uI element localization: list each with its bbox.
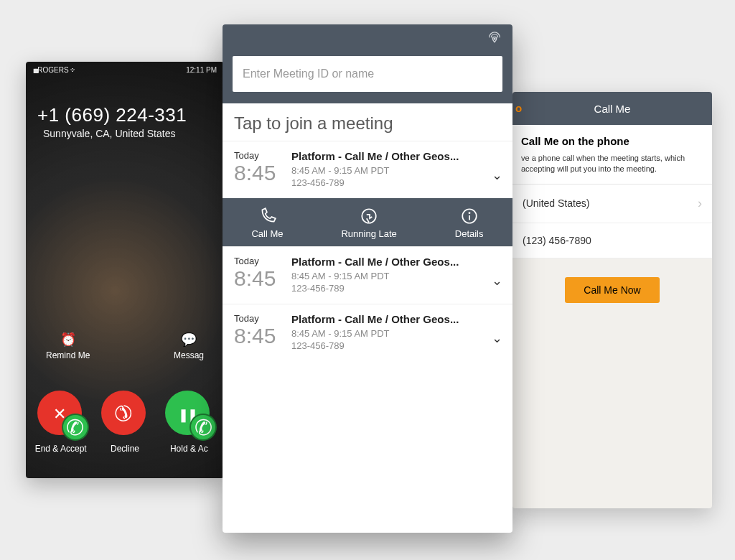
country-value: (United States) [523,197,589,209]
hold-and-accept-button[interactable]: Hold & Ac [158,391,220,454]
meeting-range: 8:45 AM - 9:15 AM PDT [291,328,502,339]
meeting-id: 123-456-789 [291,177,502,188]
meeting-id: 123-456-789 [291,283,502,294]
country-row[interactable]: (United States) › [512,185,712,223]
card-desc-line1: ve a phone call when the meeting starts,… [521,154,685,162]
hangup-icon [114,401,132,426]
call-me-action[interactable]: Call Me [251,207,283,239]
tap-to-join-heading: Tap to join a meeting [223,103,512,141]
status-bar: ROGERS 12:11 PM [26,62,224,74]
meeting-name: Platform - Call Me / Other Geos... [291,313,502,325]
call-me-action-label: Call Me [251,228,283,239]
phone-value: (123) 456-7890 [523,235,591,246]
phone-icon [66,415,84,440]
message-icon: 💬 [174,332,204,347]
phone-number-row[interactable]: (123) 456-7890 [512,223,712,258]
join-meeting-screen: Tap to join a meeting Today 8:45 Platfor… [223,24,512,533]
hold-accept-label: Hold & Ac [158,444,220,454]
card-title: Call Me on the phone [521,135,703,147]
meeting-id: 123-456-789 [291,340,502,351]
settings-header: o Call Me [512,92,712,125]
card-desc-line2: accepting will put you into the meeting. [521,164,657,173]
end-and-accept-button[interactable]: End & Accept [30,391,92,454]
incoming-call-screen: ROGERS 12:11 PM +1 (669) 224-331 Sunnyva… [26,62,224,478]
decline-button[interactable]: Decline [94,391,156,454]
meeting-time: 8:45 [234,324,291,348]
meeting-row[interactable]: Today 8:45 Platform - Call Me / Other Ge… [223,141,512,198]
remind-me-label: Remind Me [46,350,90,360]
meeting-time: 8:45 [234,266,291,291]
incoming-call-number: +1 (669) 224-331 [37,104,224,126]
meeting-time: 8:45 [234,161,291,185]
decline-label: Decline [94,444,156,454]
details-action[interactable]: Details [455,207,484,239]
svg-point-4 [469,213,469,213]
meeting-header [223,24,512,103]
svg-point-1 [362,209,376,223]
meeting-action-bar: Call Me Running Late Details [223,198,512,246]
call-me-description-card: Call Me on the phone ve a phone call whe… [512,125,712,185]
chevron-down-icon[interactable]: ⌄ [492,167,502,183]
call-me-now-button[interactable]: Call Me Now [565,277,659,303]
meeting-range: 8:45 AM - 9:15 AM PDT [291,165,502,176]
call-me-settings-screen: o Call Me Call Me on the phone ve a phon… [512,92,712,508]
phone-icon [258,207,277,225]
settings-title: Call Me [594,103,631,115]
carrier-label: ROGERS [33,66,78,74]
svg-point-0 [494,38,495,39]
message-label: Messag [174,350,204,360]
meeting-name: Platform - Call Me / Other Geos... [291,150,502,162]
remind-me-button[interactable]: ⏰ Remind Me [46,332,90,360]
alarm-icon: ⏰ [46,332,90,347]
details-label: Details [455,228,484,239]
meeting-day: Today [234,256,291,266]
phone-icon [195,415,212,440]
running-icon [360,207,378,225]
message-button[interactable]: 💬 Messag [174,332,204,360]
location-broadcast-icon [487,32,502,51]
running-late-label: Running Late [341,228,396,239]
notification-badge: o [515,102,521,108]
meeting-id-search-input[interactable] [233,56,502,92]
meeting-row[interactable]: Today 8:45 Platform - Call Me / Other Ge… [223,246,512,304]
chevron-right-icon: › [698,196,702,211]
running-late-action[interactable]: Running Late [341,207,396,239]
chevron-down-icon[interactable]: ⌄ [492,330,502,346]
chevron-down-icon[interactable]: ⌄ [492,273,502,289]
meeting-range: 8:45 AM - 9:15 AM PDT [291,271,502,281]
clock-label: 12:11 PM [186,66,217,74]
incoming-call-location: Sunnyvale, CA, United States [43,128,224,139]
info-icon [460,207,479,225]
end-accept-label: End & Accept [30,444,92,454]
meeting-day: Today [234,313,291,324]
meeting-day: Today [234,150,291,161]
meeting-row[interactable]: Today 8:45 Platform - Call Me / Other Ge… [223,304,512,361]
meeting-name: Platform - Call Me / Other Geos... [291,256,502,268]
